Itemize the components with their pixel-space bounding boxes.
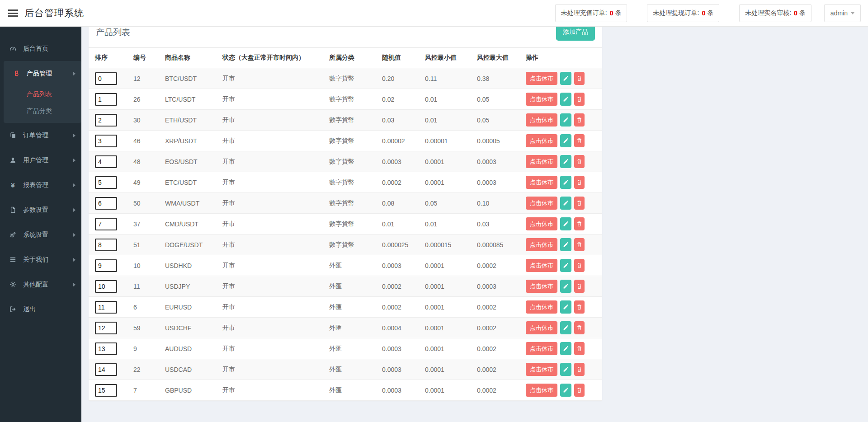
close-market-button[interactable]: 点击休市 <box>526 134 557 147</box>
delete-button[interactable] <box>574 321 585 334</box>
sort-input[interactable] <box>95 72 117 85</box>
close-market-button[interactable]: 点击休市 <box>526 342 557 355</box>
delete-button[interactable] <box>574 363 585 376</box>
cell-id: 37 <box>133 214 165 234</box>
sort-input[interactable] <box>95 176 117 189</box>
sort-input[interactable] <box>95 363 117 376</box>
cell-random: 0.0003 <box>382 380 425 401</box>
edit-button[interactable] <box>560 259 571 272</box>
close-market-button[interactable]: 点击休市 <box>526 300 557 314</box>
sidebar-item-home[interactable]: 后台首页 <box>0 36 81 61</box>
close-market-button[interactable]: 点击休市 <box>526 72 557 85</box>
cell-name: XRP/USDT <box>165 131 222 151</box>
edit-button[interactable] <box>560 280 571 293</box>
close-market-button[interactable]: 点击休市 <box>526 93 557 106</box>
sidebar-item-logout[interactable]: 退出 <box>0 297 81 322</box>
close-market-button[interactable]: 点击休市 <box>526 321 557 334</box>
edit-button[interactable] <box>560 176 571 189</box>
table-row: 26LTC/USDT开市數字貨幣0.020.010.05点击休市 <box>89 89 602 110</box>
delete-button[interactable] <box>574 300 585 314</box>
sort-input[interactable] <box>95 259 117 272</box>
delete-button[interactable] <box>574 113 585 127</box>
edit-button[interactable] <box>560 72 571 85</box>
delete-button[interactable] <box>574 342 585 355</box>
delete-button[interactable] <box>574 155 585 168</box>
sidebar-item-about-us[interactable]: 关于我们 <box>0 247 81 272</box>
cell-name: AUDUSD <box>165 338 222 359</box>
edit-button[interactable] <box>560 342 571 355</box>
chevron-right-icon <box>73 283 75 286</box>
close-market-button[interactable]: 点击休市 <box>526 113 557 127</box>
sort-input[interactable] <box>95 93 117 106</box>
delete-button[interactable] <box>574 238 585 251</box>
cell-risk-max: 0.0002 <box>477 255 526 276</box>
sidebar-item-order-management[interactable]: 订单管理 <box>0 123 81 148</box>
close-market-button[interactable]: 点击休市 <box>526 155 557 168</box>
sort-input[interactable] <box>95 239 117 251</box>
stat-box-2[interactable]: 未处理实名审核:0条 <box>739 4 811 22</box>
column-header-1: 编号 <box>133 48 165 68</box>
cell-sort <box>89 234 133 255</box>
yen-icon: ¥ <box>9 182 17 189</box>
delete-button[interactable] <box>574 134 585 147</box>
delete-button[interactable] <box>574 280 585 293</box>
edit-button[interactable] <box>560 300 571 314</box>
delete-button[interactable] <box>574 93 585 106</box>
delete-button[interactable] <box>574 259 585 272</box>
sort-input[interactable] <box>95 301 117 314</box>
cell-actions: 点击休市 <box>526 276 602 297</box>
delete-button[interactable] <box>574 197 585 210</box>
sort-input[interactable] <box>95 384 117 397</box>
close-market-button[interactable]: 点击休市 <box>526 197 557 210</box>
cell-status: 开市 <box>222 151 329 172</box>
cell-actions: 点击休市 <box>526 89 602 110</box>
edit-button[interactable] <box>560 217 571 230</box>
stat-label: 未处理提现订单: <box>653 9 699 17</box>
sidebar-item-product-management[interactable]: 产品管理 <box>4 61 81 86</box>
sort-input[interactable] <box>95 322 117 334</box>
sidebar-item-user-management[interactable]: 用户管理 <box>0 148 81 173</box>
sort-input[interactable] <box>95 114 117 127</box>
edit-button[interactable] <box>560 363 571 376</box>
edit-button[interactable] <box>560 93 571 106</box>
copy-icon <box>9 132 17 139</box>
edit-button[interactable] <box>560 113 571 127</box>
sidebar-item-other-config[interactable]: 其他配置 <box>0 272 81 297</box>
delete-button[interactable] <box>574 384 585 397</box>
close-market-button[interactable]: 点击休市 <box>526 384 557 397</box>
admin-dropdown[interactable]: admin <box>824 4 861 22</box>
edit-button[interactable] <box>560 134 571 147</box>
sidebar-item-system-settings[interactable]: 系统设置 <box>0 222 81 247</box>
close-market-button[interactable]: 点击休市 <box>526 176 557 189</box>
delete-button[interactable] <box>574 176 585 189</box>
sort-input[interactable] <box>95 218 117 230</box>
sort-input[interactable] <box>95 342 117 355</box>
sort-input[interactable] <box>95 155 117 168</box>
close-market-button[interactable]: 点击休市 <box>526 363 557 376</box>
close-market-button[interactable]: 点击休市 <box>526 280 557 293</box>
hamburger-menu-icon[interactable] <box>8 8 18 19</box>
sort-input[interactable] <box>95 280 117 293</box>
close-market-button[interactable]: 点击休市 <box>526 217 557 230</box>
sidebar-item-parameter-settings[interactable]: 参数设置 <box>0 197 81 222</box>
cell-name: LTC/USDT <box>165 89 222 110</box>
edit-button[interactable] <box>560 238 571 251</box>
edit-button[interactable] <box>560 197 571 210</box>
edit-button[interactable] <box>560 155 571 168</box>
cell-risk-min: 0.0001 <box>425 255 477 276</box>
close-market-button[interactable]: 点击休市 <box>526 259 557 272</box>
chevron-right-icon <box>73 208 75 212</box>
close-market-button[interactable]: 点击休市 <box>526 238 557 251</box>
stat-box-0[interactable]: 未处理充值订单:0条 <box>555 4 627 22</box>
edit-button[interactable] <box>560 384 571 397</box>
delete-button[interactable] <box>574 72 585 85</box>
sort-input[interactable] <box>95 135 117 147</box>
sort-input[interactable] <box>95 197 117 210</box>
delete-button[interactable] <box>574 217 585 230</box>
stat-box-1[interactable]: 未处理提现订单:0条 <box>647 4 719 22</box>
sidebar-subitem-product-list[interactable]: 产品列表 <box>4 86 81 103</box>
edit-button[interactable] <box>560 321 571 334</box>
sidebar-subitem-product-category[interactable]: 产品分类 <box>4 103 81 119</box>
sidebar-item-report-management[interactable]: ¥报表管理 <box>0 173 81 197</box>
sidebar-group-user-management: 用户管理 <box>0 148 81 173</box>
